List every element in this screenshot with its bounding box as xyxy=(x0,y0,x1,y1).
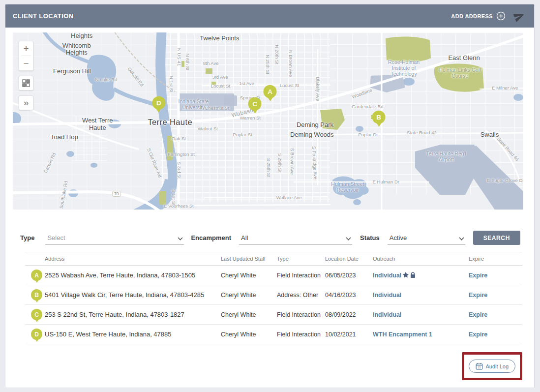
col-date: Location Date xyxy=(325,256,373,262)
add-address-button[interactable]: ADD ADDRESS xyxy=(451,11,506,21)
staff-cell: Cheryl White xyxy=(221,292,277,299)
status-label: Status xyxy=(360,234,380,245)
table-row: A 2525 Wabash Ave, Terre Haute, Indiana,… xyxy=(25,266,522,285)
expire-link[interactable]: Expire xyxy=(469,292,487,299)
chevron-down-icon xyxy=(459,237,464,241)
marker-letter: B xyxy=(376,114,381,121)
date-cell: 10/02/2021 xyxy=(325,331,373,338)
table-row: C 253 S 22nd St, Terre Haute, Indiana, 4… xyxy=(25,305,522,325)
address-cell: 5401 Village Walk Cir, Terre Haute, Indi… xyxy=(45,291,221,299)
type-cell: Field Interaction xyxy=(277,272,325,279)
expire-link[interactable]: Expire xyxy=(469,272,487,279)
row-marker-pin: A xyxy=(31,270,42,281)
footer-actions: 15 Audit Log xyxy=(5,352,522,380)
audit-log-button[interactable]: 15 Audit Log xyxy=(469,360,515,373)
lock-icon xyxy=(410,272,416,278)
col-expire: Expire xyxy=(469,256,522,262)
panel-header: CLIENT LOCATION ADD ADDRESS xyxy=(5,4,534,28)
encampment-select[interactable]: All xyxy=(239,230,352,245)
marker-letter: D xyxy=(156,99,161,107)
table-header: Address Last Updated Staff Type Location… xyxy=(25,252,522,266)
table-row: D US-150 E, West Terre Haute, Indiana, 4… xyxy=(25,325,522,344)
svg-text:15: 15 xyxy=(478,366,480,369)
expire-link[interactable]: Expire xyxy=(469,331,487,338)
map-marker[interactable]: C xyxy=(248,97,262,111)
outreach-link[interactable]: Individual xyxy=(373,292,401,299)
map-canvas xyxy=(13,32,523,210)
filter-bar: Type Select Encampment All Status Active… xyxy=(20,227,522,245)
row-marker-letter: B xyxy=(34,292,39,299)
zoom-out-button[interactable]: − xyxy=(19,56,33,70)
outreach-cell: WTH Encampment 1 xyxy=(373,331,469,338)
col-outreach: Outreach xyxy=(373,256,469,262)
page-title: CLIENT LOCATION xyxy=(13,12,73,20)
date-cell: 04/16/2023 xyxy=(325,292,373,299)
table-body: A 2525 Wabash Ave, Terre Haute, Indiana,… xyxy=(25,266,522,344)
table-row: B 5401 Village Walk Cir, Terre Haute, In… xyxy=(25,285,522,305)
map[interactable]: HeightsWhitcomb HeightsFerguson HillTwel… xyxy=(13,32,523,210)
row-marker-letter: A xyxy=(34,272,39,279)
zoom-in-button[interactable]: + xyxy=(19,41,33,56)
staff-cell: Cheryl White xyxy=(221,331,277,338)
star-icon xyxy=(402,271,409,278)
date-cell: 08/09/2022 xyxy=(325,311,373,318)
marker-letter: A xyxy=(268,88,272,95)
marker-letter: C xyxy=(252,100,257,108)
expire-link[interactable]: Expire xyxy=(469,311,487,318)
address-cell: 2525 Wabash Ave, Terre Haute, Indiana, 4… xyxy=(45,271,221,279)
row-marker-pin: C xyxy=(31,309,42,320)
calendar-icon: 15 xyxy=(476,362,483,370)
outreach-link[interactable]: Individual xyxy=(373,272,401,279)
address-table: Address Last Updated Staff Type Location… xyxy=(25,252,522,344)
staff-cell: Cheryl White xyxy=(221,311,277,318)
outreach-link[interactable]: WTH Encampment 1 xyxy=(373,331,432,338)
outreach-cell: Individual xyxy=(373,292,469,299)
date-cell: 06/05/2023 xyxy=(325,272,373,279)
map-marker[interactable]: A xyxy=(264,85,277,98)
encampment-label: Encampment xyxy=(191,234,231,245)
search-button[interactable]: SEARCH xyxy=(473,231,520,245)
add-address-label: ADD ADDRESS xyxy=(451,13,493,19)
collapse-button[interactable]: » xyxy=(19,95,33,110)
map-marker[interactable]: D xyxy=(152,96,165,110)
type-cell: Field Interaction xyxy=(277,311,325,318)
outreach-cell: Individual xyxy=(373,311,469,318)
row-marker-letter: D xyxy=(34,331,39,338)
col-type: Type xyxy=(277,256,325,262)
address-cell: US-150 E, West Terre Haute, Indiana, 478… xyxy=(45,331,221,338)
map-controls: + − » xyxy=(19,41,33,110)
col-address: Address xyxy=(45,256,221,262)
map-marker[interactable]: B xyxy=(372,111,386,124)
outreach-link[interactable]: Individual xyxy=(373,311,401,318)
basemap-button[interactable] xyxy=(19,76,33,90)
row-marker-pin: D xyxy=(31,329,42,340)
plus-circle-icon xyxy=(496,11,506,21)
annotation-highlight-box: 15 Audit Log xyxy=(462,352,522,380)
address-cell: 253 S 22nd St, Terre Haute, Indiana, 478… xyxy=(45,311,221,318)
basemap-icon xyxy=(22,79,30,87)
chevron-down-icon xyxy=(178,237,183,241)
client-location-panel: CLIENT LOCATION ADD ADDRESS xyxy=(5,4,535,388)
type-cell: Field Interaction xyxy=(277,331,325,338)
audit-log-label: Audit Log xyxy=(486,363,509,369)
type-select[interactable]: Select xyxy=(45,230,184,245)
outreach-icons xyxy=(402,271,416,278)
outreach-cell: Individual xyxy=(373,271,469,279)
type-label: Type xyxy=(20,234,34,245)
status-select[interactable]: Active xyxy=(388,230,465,245)
staff-cell: Cheryl White xyxy=(221,272,277,279)
chevron-down-icon xyxy=(346,237,351,241)
type-cell: Address: Other xyxy=(277,292,325,299)
row-marker-letter: C xyxy=(34,311,39,318)
row-marker-pin: B xyxy=(31,289,42,301)
col-staff: Last Updated Staff xyxy=(221,256,277,262)
navigate-icon[interactable] xyxy=(513,10,525,22)
